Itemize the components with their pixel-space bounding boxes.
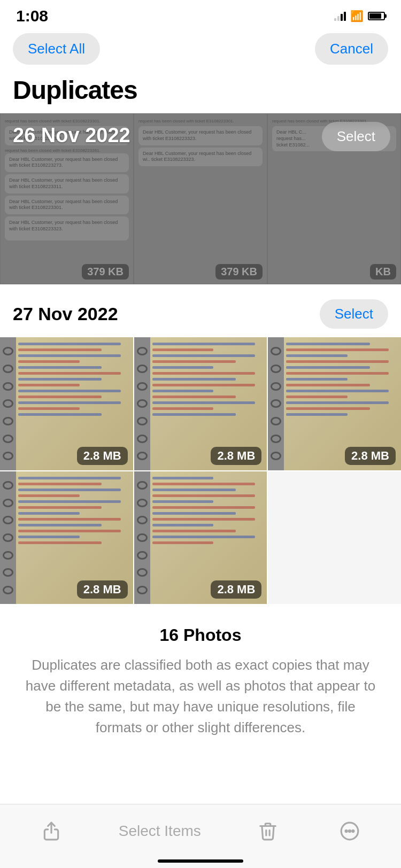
photo-1[interactable]: 2.8 MB bbox=[0, 337, 133, 470]
bottom-toolbar: Select Items bbox=[0, 804, 401, 868]
spiral-1 bbox=[0, 337, 16, 470]
wifi-icon: 📶 bbox=[350, 10, 364, 22]
info-section: 16 Photos Duplicates are classified both… bbox=[0, 604, 401, 749]
section-26-date: 26 Nov 2022 bbox=[13, 124, 130, 147]
spiral-2 bbox=[134, 337, 150, 470]
photo-5[interactable]: 2.8 MB bbox=[134, 471, 267, 604]
share-button[interactable] bbox=[37, 817, 66, 846]
select-all-button[interactable]: Select All bbox=[13, 33, 100, 65]
photo-size-3: 2.8 MB bbox=[345, 447, 396, 465]
info-description: Duplicates are classified both as exact … bbox=[21, 655, 380, 738]
section-27-select-button[interactable]: Select bbox=[320, 299, 388, 329]
spiral-3 bbox=[268, 337, 284, 470]
info-title: 16 Photos bbox=[21, 625, 380, 645]
more-icon bbox=[340, 821, 360, 841]
photo-size-4: 2.8 MB bbox=[77, 580, 128, 599]
photo-2[interactable]: 2.8 MB bbox=[134, 337, 267, 470]
svg-point-2 bbox=[349, 830, 350, 832]
section-26-nov: 26 Nov 2022 Select request has been clos… bbox=[0, 113, 401, 284]
photo-4[interactable]: 2.8 MB bbox=[0, 471, 133, 604]
cancel-button[interactable]: Cancel bbox=[315, 33, 388, 65]
svg-point-1 bbox=[345, 830, 347, 832]
svg-point-3 bbox=[352, 830, 354, 832]
photo-size-2: 2.8 MB bbox=[211, 447, 261, 465]
more-button[interactable] bbox=[335, 817, 364, 846]
section-26-select-button[interactable]: Select bbox=[322, 122, 390, 151]
section-27-header: 27 Nov 2022 Select bbox=[0, 284, 401, 337]
status-time: 1:08 bbox=[16, 7, 48, 25]
delete-button[interactable] bbox=[253, 817, 282, 846]
section-27-date: 27 Nov 2022 bbox=[13, 304, 118, 324]
share-icon bbox=[41, 821, 61, 841]
spiral-5 bbox=[134, 471, 150, 604]
spiral-4 bbox=[0, 471, 16, 604]
page-title: Duplicates bbox=[0, 73, 401, 113]
status-icons: 📶 bbox=[334, 10, 385, 22]
battery-icon bbox=[368, 12, 385, 20]
photo-grid-27: 2.8 MB bbox=[0, 337, 401, 604]
photo-3[interactable]: 2.8 MB bbox=[268, 337, 401, 470]
select-items-label[interactable]: Select Items bbox=[119, 823, 201, 840]
delete-icon bbox=[258, 821, 278, 841]
top-buttons: Select All Cancel bbox=[0, 29, 401, 73]
photo-size-5: 2.8 MB bbox=[211, 580, 261, 599]
photo-empty bbox=[268, 471, 401, 604]
signal-icon bbox=[334, 11, 346, 21]
status-bar: 1:08 📶 bbox=[0, 0, 401, 29]
home-indicator bbox=[158, 859, 243, 863]
photo-size-1: 2.8 MB bbox=[77, 447, 128, 465]
